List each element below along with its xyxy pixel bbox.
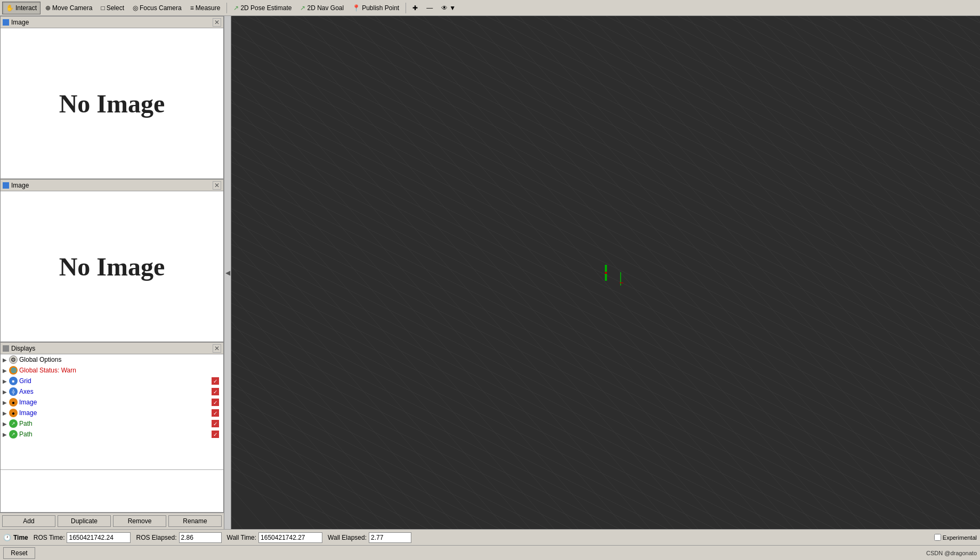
ros-elapsed-label: ROS Elapsed: xyxy=(136,534,176,541)
experimental-label: Experimental xyxy=(943,534,977,541)
checkbox-axes[interactable] xyxy=(212,388,219,395)
label-axes: Axes xyxy=(19,388,212,395)
move-camera-label: Move Camera xyxy=(52,4,92,12)
publish-point-button[interactable]: 📍 Publish Point xyxy=(349,2,403,14)
footer-bar: Reset CSDN @dragonato xyxy=(0,545,980,560)
displays-icon xyxy=(3,345,9,352)
displays-close[interactable]: ✕ xyxy=(213,344,221,353)
tree-item-path-1[interactable]: ▶ ↗ Path xyxy=(1,418,223,429)
arrow-path-2: ▶ xyxy=(3,432,9,437)
image-panel-2-close[interactable]: ✕ xyxy=(213,181,221,190)
time-section: 🕐 Time xyxy=(3,534,28,541)
image-panel-1-title-area: Image xyxy=(3,19,29,26)
measure-icon: ≡ xyxy=(190,4,194,12)
image-panel-2-content: No Image xyxy=(1,191,223,342)
label-image-1: Image xyxy=(19,399,212,406)
image-panel-2-title-area: Image xyxy=(3,182,29,189)
interact-icon: ✋ xyxy=(6,4,14,12)
select-label: Select xyxy=(107,4,124,12)
icon-global-options: ⚙ xyxy=(9,355,18,364)
remove-button[interactable]: Remove xyxy=(113,515,166,527)
toolbar: ✋ Interact ⊕ Move Camera □ Select ◎ Focu… xyxy=(0,0,980,16)
label-path-2: Path xyxy=(19,431,212,438)
separator-2 xyxy=(406,3,406,13)
label-path-1: Path xyxy=(19,420,212,427)
select-button[interactable]: □ Select xyxy=(97,2,128,14)
label-global-options: Global Options xyxy=(19,356,221,363)
collapse-panel-button[interactable]: ◀ xyxy=(224,16,231,529)
image-panel-1-header: Image ✕ xyxy=(1,17,223,28)
image-panel-1: Image ✕ No Image xyxy=(0,16,224,179)
ros-time-input[interactable] xyxy=(67,532,131,543)
label-global-status: Global Status: Warn xyxy=(19,367,221,374)
select-icon: □ xyxy=(101,4,104,12)
arrow-global-options: ▶ xyxy=(3,357,9,363)
line-icon: — xyxy=(426,4,433,12)
left-panel: Image ✕ No Image Image ✕ No Image xyxy=(0,16,224,529)
duplicate-button[interactable]: Duplicate xyxy=(58,515,111,527)
separator-1 xyxy=(226,3,227,13)
ros-elapsed-section: ROS Elapsed: xyxy=(136,532,221,543)
eye-icon: 👁 xyxy=(441,4,448,12)
tree-item-axes[interactable]: ▶ ╬ Axes xyxy=(1,386,223,397)
view-options-button[interactable]: 👁 ▼ xyxy=(438,2,459,14)
icon-image-2: ● xyxy=(9,409,18,417)
ros-time-section: ROS Time: xyxy=(34,532,131,543)
measure-label: Measure xyxy=(196,4,221,12)
move-camera-button[interactable]: ⊕ Move Camera xyxy=(42,2,96,14)
nav-goal-label: 2D Nav Goal xyxy=(307,4,344,12)
center-marker-horizontal xyxy=(605,272,607,274)
tree-item-global-status[interactable]: ▶ 🌐 Global Status: Warn xyxy=(1,365,223,376)
displays-title-area: Displays xyxy=(3,345,35,352)
image-panel-2-header: Image ✕ xyxy=(1,180,223,191)
focus-camera-button[interactable]: ◎ Focus Camera xyxy=(129,2,185,14)
label-image-2: Image xyxy=(19,409,212,417)
rename-button[interactable]: Rename xyxy=(168,515,222,527)
image-panel-2-title: Image xyxy=(11,182,29,189)
experimental-checkbox[interactable] xyxy=(934,534,941,541)
focus-camera-label: Focus Camera xyxy=(140,4,182,12)
wall-time-label: Wall Time: xyxy=(227,534,257,541)
nav-goal-icon: ↗ xyxy=(300,4,305,12)
tree-item-image-1[interactable]: ▶ ● Image xyxy=(1,397,223,408)
ros-elapsed-input[interactable] xyxy=(179,532,222,543)
checkbox-path-2[interactable] xyxy=(212,431,219,438)
arrow-path-1: ▶ xyxy=(3,421,9,427)
icon-axes: ╬ xyxy=(9,387,18,396)
displays-panel-header: Displays ✕ xyxy=(1,343,223,354)
tree-item-path-2[interactable]: ▶ ↗ Path xyxy=(1,429,223,440)
tree-item-grid[interactable]: ▶ ■ Grid xyxy=(1,376,223,386)
arrow-global-status: ▶ xyxy=(3,368,9,374)
reset-button[interactable]: Reset xyxy=(3,547,35,559)
ros-time-label: ROS Time: xyxy=(34,534,65,541)
interact-button[interactable]: ✋ Interact xyxy=(2,2,41,14)
icon-path-1: ↗ xyxy=(9,419,18,428)
image-panel-2-icon xyxy=(3,182,9,189)
focus-camera-icon: ◎ xyxy=(133,4,138,12)
pose-estimate-icon: ↗ xyxy=(233,4,239,12)
wall-time-input[interactable] xyxy=(258,532,322,543)
measure-button[interactable]: ≡ Measure xyxy=(187,2,224,14)
3d-viewport[interactable] xyxy=(231,16,980,529)
image-panel-1-icon xyxy=(3,19,9,26)
nav-goal-button[interactable]: ↗ 2D Nav Goal xyxy=(296,2,347,14)
experimental-section: Experimental xyxy=(934,534,977,541)
wall-elapsed-input[interactable] xyxy=(369,532,411,543)
pose-estimate-button[interactable]: ↗ 2D Pose Estimate xyxy=(230,2,295,14)
icon-global-status: 🌐 xyxy=(9,366,18,375)
checkbox-grid[interactable] xyxy=(212,377,219,385)
displays-title: Displays xyxy=(11,345,35,352)
tree-item-global-options[interactable]: ▶ ⚙ Global Options xyxy=(1,354,223,365)
tree-item-image-2[interactable]: ▶ ● Image xyxy=(1,408,223,418)
time-label: Time xyxy=(13,534,28,541)
no-image-2-text: No Image xyxy=(59,252,165,281)
line-tool-button[interactable]: — xyxy=(423,2,436,14)
image-panel-2: Image ✕ No Image xyxy=(0,179,224,342)
image-panel-1-close[interactable]: ✕ xyxy=(213,18,221,27)
checkbox-image-2[interactable] xyxy=(212,409,219,417)
add-tool-button[interactable]: ✚ xyxy=(409,2,422,14)
add-display-button[interactable]: Add xyxy=(2,515,55,527)
interact-label: Interact xyxy=(15,4,37,12)
checkbox-image-1[interactable] xyxy=(212,399,219,406)
checkbox-path-1[interactable] xyxy=(212,420,219,427)
